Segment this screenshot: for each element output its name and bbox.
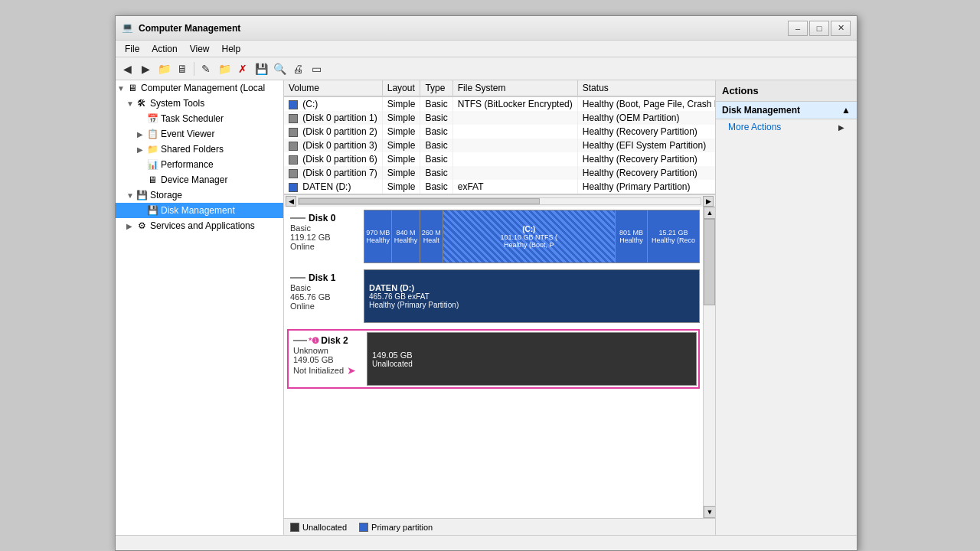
tree-item-services-apps[interactable]: ▶ ⚙ Services and Applications xyxy=(116,218,283,233)
forward-button[interactable]: ▶ xyxy=(137,60,154,77)
tree-item-performance[interactable]: ▶ 📊 Performance xyxy=(116,157,283,172)
arrow-icon: ▶ xyxy=(126,222,136,230)
status-text xyxy=(122,539,124,548)
tree-item-task-scheduler[interactable]: ▶ 📅 Task Scheduler xyxy=(116,111,283,126)
disk0-part6[interactable]: 801 MB Healthy xyxy=(616,210,648,262)
cell-volume: (Disk 0 partition 6) xyxy=(284,152,382,166)
tree-item-shared-folders[interactable]: ▶ 📁 Shared Folders xyxy=(116,142,283,157)
main-window: 💻 Computer Management – □ ✕ File Action … xyxy=(115,15,858,551)
table-row[interactable]: (Disk 0 partition 1) Simple Basic Health… xyxy=(284,111,715,125)
table-row[interactable]: (Disk 0 partition 3) Simple Basic Health… xyxy=(284,139,715,152)
table-row[interactable]: (Disk 0 partition 7) Simple Basic Health… xyxy=(284,166,715,180)
scroll-up-button[interactable]: ▲ xyxy=(704,207,715,219)
table-row[interactable]: (Disk 0 partition 2) Simple Basic Health… xyxy=(284,125,715,139)
scroll-thumb[interactable] xyxy=(299,198,540,204)
col-type[interactable]: Type xyxy=(420,80,452,96)
tree-item-system-tools[interactable]: ▼ 🛠 System Tools xyxy=(116,96,283,111)
tree-item-storage[interactable]: ▼ 💾 Storage xyxy=(116,187,283,203)
unallocated-box xyxy=(290,523,299,532)
part-label: 260 M xyxy=(422,229,441,236)
scroll-track[interactable] xyxy=(298,197,701,205)
disk0-partitions: 970 MB Healthy 840 M Healthy 260 M Healt xyxy=(364,210,700,263)
tree-item-event-viewer[interactable]: ▶ 📋 Event Viewer xyxy=(116,126,283,142)
disk0-part2[interactable]: 840 M Healthy xyxy=(392,210,420,262)
v-scroll-track[interactable] xyxy=(704,219,715,506)
disk0-part1[interactable]: 970 MB Healthy xyxy=(364,210,392,262)
status-bar xyxy=(116,535,857,550)
cell-status: Healthy (Primary Partition) xyxy=(577,180,715,194)
center-panel: Volume Layout Type File System Status (C… xyxy=(284,80,715,535)
tree-label-storage: Storage xyxy=(150,190,182,201)
actions-section-title[interactable]: Disk Management ▲ xyxy=(716,102,857,119)
col-volume[interactable]: Volume xyxy=(284,80,382,96)
up-button[interactable]: 📁 xyxy=(155,60,172,77)
cell-type: Basic xyxy=(420,152,452,166)
help-button[interactable]: 🔍 xyxy=(271,60,288,77)
cell-filesystem xyxy=(452,139,577,152)
main-content: ▼ 🖥 Computer Management (Local ▼ 🛠 Syste… xyxy=(116,80,857,535)
cancel-button[interactable]: ✗ xyxy=(234,60,251,77)
back-button[interactable]: ◀ xyxy=(119,60,136,77)
properties-button[interactable]: ▭ xyxy=(308,60,325,77)
horizontal-scrollbar[interactable]: ◀ ▶ xyxy=(284,194,715,207)
minimize-button[interactable]: – xyxy=(788,21,808,36)
unalloc-size: 149.05 GB xyxy=(372,350,413,360)
disk0-part3[interactable]: 260 M Healt xyxy=(420,210,443,262)
export-button[interactable]: 💾 xyxy=(253,60,270,77)
more-actions-link[interactable]: More Actions ▶ xyxy=(716,119,857,135)
arrow-icon: ▶ xyxy=(137,130,146,139)
menu-action[interactable]: Action xyxy=(145,42,183,56)
col-filesystem[interactable]: File System xyxy=(452,80,577,96)
menu-file[interactable]: File xyxy=(119,42,145,56)
print-button[interactable]: 🖨 xyxy=(289,60,306,77)
scroll-right-button[interactable]: ▶ xyxy=(703,196,714,207)
show-console-button[interactable]: 🖥 xyxy=(174,60,191,77)
volume-table: Volume Layout Type File System Status (C… xyxy=(284,80,715,194)
cell-layout: Simple xyxy=(382,152,420,166)
col-status[interactable]: Status xyxy=(577,80,715,96)
table-row[interactable]: (Disk 0 partition 6) Simple Basic Health… xyxy=(284,152,715,166)
disk0-part-c[interactable]: (C:) 101.10 GB NTFS ( Healthy (Boot, P xyxy=(443,210,616,262)
disk2-partitions: 149.05 GB Unallocated xyxy=(367,332,697,386)
window-title: Computer Management xyxy=(139,23,788,34)
maximize-button[interactable]: □ xyxy=(809,21,829,36)
disk0-row: Disk 0 Basic 119.12 GB Online 970 MB Hea… xyxy=(287,210,700,263)
scroll-left-button[interactable]: ◀ xyxy=(286,196,296,207)
v-scroll-thumb[interactable] xyxy=(704,219,715,305)
menu-view[interactable]: View xyxy=(184,42,216,56)
disk0-part7[interactable]: 15.21 GB Healthy (Reco xyxy=(648,210,699,262)
volume-table-area[interactable]: Volume Layout Type File System Status (C… xyxy=(284,80,715,194)
tree-item-device-manager[interactable]: ▶ 🖥 Device Manager xyxy=(116,172,283,187)
configure-button[interactable]: ✎ xyxy=(198,60,214,77)
disk1-name: Disk 1 xyxy=(309,272,335,283)
arrow-icon: ▶ xyxy=(137,115,146,123)
window-icon: 💻 xyxy=(122,22,134,34)
cell-filesystem xyxy=(452,111,577,125)
part-label: 15.21 GB xyxy=(659,229,688,236)
col-layout[interactable]: Layout xyxy=(382,80,420,96)
tree-item-disk-management[interactable]: ▶ 💾 Disk Management xyxy=(116,203,283,218)
table-row[interactable]: DATEN (D:) Simple Basic exFAT Healthy (P… xyxy=(284,180,715,194)
table-row[interactable]: (C:) Simple Basic NTFS (BitLocker Encryp… xyxy=(284,96,715,111)
shared-folders-icon: 📁 xyxy=(146,143,158,155)
scroll-down-button[interactable]: ▼ xyxy=(704,506,715,518)
close-button[interactable]: ✕ xyxy=(831,21,851,36)
tree-label-computer-mgmt: Computer Management (Local xyxy=(141,83,265,93)
cell-status: Healthy (Recovery Partition) xyxy=(577,152,715,166)
new-window-button[interactable]: 📁 xyxy=(216,60,233,77)
toolbar-separator-1 xyxy=(194,62,194,76)
part-sublabel: Healthy xyxy=(619,236,643,244)
tree-item-computer-mgmt[interactable]: ▼ 🖥 Computer Management (Local xyxy=(116,80,283,96)
disk2-status: Not Initialized ➤ xyxy=(293,364,364,377)
disk1-part-d[interactable]: DATEN (D:) 465.76 GB exFAT Healthy (Prim… xyxy=(364,270,699,322)
disk1-type: Basic xyxy=(290,283,361,292)
disk2-unallocated[interactable]: 149.05 GB Unallocated xyxy=(368,333,696,385)
vertical-scrollbar[interactable]: ▲ ▼ xyxy=(703,207,715,518)
cell-type: Basic xyxy=(420,125,452,139)
disk0-label: Disk 0 Basic 119.12 GB Online xyxy=(287,210,364,263)
cell-status: Healthy (Recovery Partition) xyxy=(577,166,715,180)
arrow-icon: ▼ xyxy=(126,191,136,200)
cell-volume: (Disk 0 partition 7) xyxy=(284,166,382,180)
unalloc-label: Unallocated xyxy=(372,360,413,368)
menu-help[interactable]: Help xyxy=(216,42,247,56)
